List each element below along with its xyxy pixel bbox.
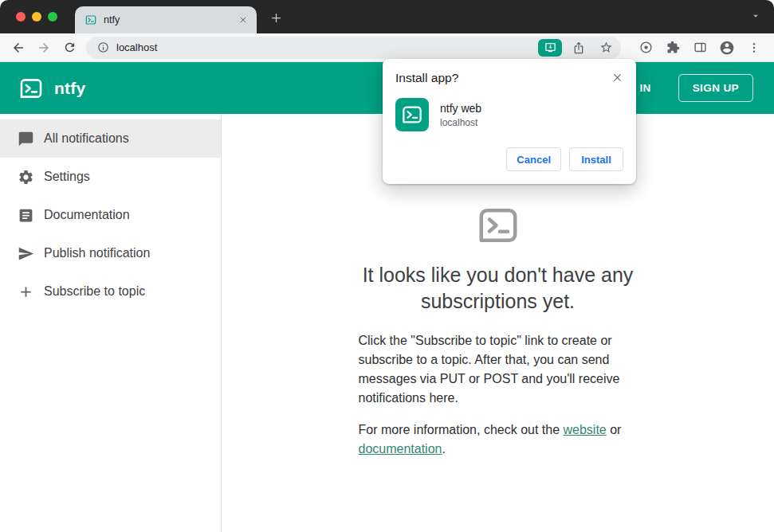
tab-search-chevron-icon[interactable]: [750, 10, 761, 25]
more-prefix-text: For more information, check out the: [359, 423, 564, 436]
browser-menu-icon[interactable]: [744, 37, 764, 58]
url-text: localhost: [116, 41, 532, 53]
profile-avatar-icon[interactable]: [717, 37, 737, 58]
brand-name: ntfy: [54, 79, 85, 98]
traffic-lights: [16, 12, 57, 22]
side-panel-icon[interactable]: [690, 37, 710, 58]
browser-toolbar: localhost: [0, 33, 774, 62]
sidebar-item-all-notifications[interactable]: All notifications: [0, 119, 221, 158]
sidebar-item-label: Documentation: [44, 208, 130, 222]
zoom-window-button[interactable]: [48, 12, 57, 22]
bookmark-star-icon[interactable]: [595, 37, 616, 58]
browser-tab[interactable]: ntfy: [75, 6, 257, 33]
install-app-dialog: Install app? ntfy web localhost Cancel I…: [383, 59, 636, 184]
tab-title: ntfy: [104, 14, 230, 25]
empty-state-heading: It looks like you don't have any subscri…: [335, 262, 662, 314]
send-icon: [18, 245, 34, 262]
dialog-title: Install app?: [395, 71, 609, 85]
empty-state-text: Click the "Subscribe to topic" link to c…: [359, 331, 638, 408]
site-info-icon[interactable]: [96, 41, 110, 55]
sidebar-item-label: Subscribe to topic: [44, 284, 145, 299]
sidebar-item-settings[interactable]: Settings: [0, 158, 221, 196]
tab-close-icon[interactable]: [236, 13, 250, 27]
website-link[interactable]: website: [564, 423, 607, 436]
chat-bubble-icon: [18, 131, 34, 147]
tab-strip: ntfy: [0, 0, 774, 33]
cancel-button[interactable]: Cancel: [506, 147, 561, 171]
back-button[interactable]: [6, 37, 30, 59]
article-icon: [18, 207, 34, 224]
more-suffix-text: .: [442, 442, 445, 456]
sidebar: All notifications Settings Documentation…: [0, 114, 222, 532]
close-window-button[interactable]: [16, 12, 26, 22]
dialog-app-name: ntfy web: [440, 102, 481, 115]
sign-up-button[interactable]: SIGN UP: [678, 74, 753, 102]
extensions-puzzle-icon[interactable]: [662, 37, 683, 58]
new-tab-button[interactable]: [265, 6, 287, 29]
dialog-close-icon[interactable]: [609, 69, 625, 85]
install-button[interactable]: Install: [569, 147, 623, 171]
toolbar-extensions-area: [627, 37, 768, 58]
sidebar-item-subscribe-to-topic[interactable]: Subscribe to topic: [0, 272, 221, 311]
minimize-window-button[interactable]: [32, 12, 41, 22]
plus-icon: [18, 284, 34, 300]
ntfy-logo-icon: [18, 75, 45, 102]
forward-button[interactable]: [32, 37, 56, 59]
ntfy-favicon-icon: [84, 14, 97, 26]
share-icon[interactable]: [568, 37, 589, 58]
sidebar-item-publish-notification[interactable]: Publish notification: [0, 234, 221, 272]
extension-icon[interactable]: [635, 37, 656, 58]
dialog-app-origin: localhost: [440, 117, 481, 128]
sidebar-item-label: Settings: [44, 170, 90, 184]
sidebar-item-label: Publish notification: [44, 246, 150, 260]
browser-window: ntfy localhost: [0, 0, 774, 532]
empty-state-more: For more information, check out the webs…: [359, 421, 638, 459]
ntfy-app-icon: [395, 98, 429, 131]
sidebar-item-label: All notifications: [44, 131, 129, 146]
reload-button[interactable]: [57, 37, 81, 59]
documentation-link[interactable]: documentation: [359, 442, 442, 456]
install-app-icon[interactable]: [538, 39, 562, 57]
ntfy-terminal-icon: [470, 201, 527, 249]
sidebar-item-documentation[interactable]: Documentation: [0, 196, 221, 234]
gear-icon: [18, 169, 34, 186]
more-middle-text: or: [607, 423, 622, 436]
address-bar[interactable]: localhost: [86, 37, 621, 59]
